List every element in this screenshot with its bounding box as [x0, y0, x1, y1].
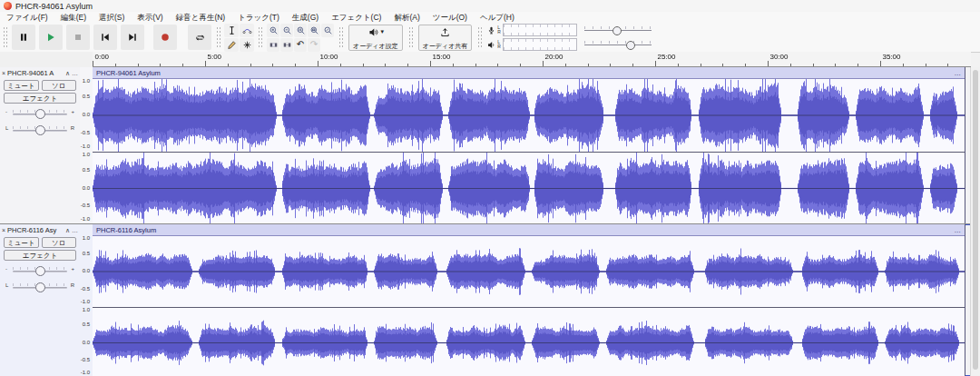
zoom-in-button[interactable] — [267, 24, 279, 37]
collapse-icon[interactable]: ∧ — [65, 70, 70, 77]
menu-item[interactable]: 編集(E) — [54, 12, 93, 23]
menu-item[interactable]: 選択(S) — [93, 12, 131, 23]
track-1: × PHCR-94061 A ∧ … ミュート ソロ エフェクト - + — [0, 67, 971, 223]
solo-button[interactable]: ソロ — [42, 237, 77, 248]
menu-item[interactable]: 解析(A) — [387, 12, 426, 23]
selection-tool-button[interactable] — [224, 24, 239, 37]
clip-title: PHCR-6116 Asylum — [96, 226, 156, 234]
track-menu-button[interactable]: … — [72, 70, 78, 76]
toolbar-grip[interactable] — [477, 26, 482, 48]
trim-outside-selection-button[interactable] — [267, 38, 279, 52]
fit-selection-button[interactable] — [294, 24, 307, 37]
playback-volume-thumb[interactable] — [626, 41, 635, 50]
menu-item[interactable]: 録音と再生(N) — [170, 12, 232, 23]
loop-button[interactable] — [188, 25, 211, 50]
track-name[interactable]: PHCR-6116 Asy — [7, 226, 64, 234]
scale-label: 0.5 — [83, 251, 90, 257]
loop-icon — [194, 32, 206, 44]
menu-item[interactable]: ファイル(F) — [0, 12, 54, 23]
playback-volume-slider[interactable] — [583, 39, 653, 51]
gain-slider-thumb[interactable] — [35, 109, 45, 119]
close-track-button[interactable]: × — [2, 70, 5, 76]
solo-button[interactable]: ソロ — [42, 80, 77, 91]
audio-setup-button[interactable]: ▾ オーディオ設定 — [348, 25, 403, 51]
record-button[interactable] — [153, 25, 177, 50]
stop-button[interactable] — [66, 25, 90, 50]
toolbar-grip[interactable] — [258, 26, 262, 48]
scale-label: -1.0 — [81, 299, 90, 305]
zoom-out-button[interactable] — [280, 24, 293, 37]
window-title: PHCR-94061 Asylum — [15, 2, 93, 11]
vertical-scale-ruler[interactable]: 1.00.50.0-0.5-1.0 1.00.50.0-0.5-1.0 — [80, 224, 93, 376]
menu-item[interactable]: ヘルプ(H) — [474, 12, 521, 23]
menu-item[interactable]: エフェクト(C) — [325, 12, 387, 23]
speaker-icon — [486, 40, 496, 50]
toolbar-grip[interactable] — [216, 26, 220, 48]
recording-meter-row: LR — [486, 24, 653, 36]
timeline-ruler[interactable] — [93, 52, 971, 67]
redo-button[interactable]: ↷ — [308, 38, 320, 52]
skip-to-end-button[interactable] — [121, 25, 144, 50]
mute-button[interactable]: ミュート — [4, 237, 39, 248]
effects-button[interactable]: エフェクト — [4, 93, 76, 104]
clip-menu-button[interactable]: … — [955, 226, 962, 234]
pan-slider[interactable]: L R — [5, 282, 75, 293]
play-button[interactable] — [39, 25, 63, 50]
toolbar-grip[interactable] — [338, 26, 343, 48]
menu-item[interactable]: ツール(O) — [426, 12, 474, 23]
share-audio-button[interactable]: オーディオ共有 — [418, 25, 473, 51]
playback-meter[interactable] — [503, 38, 577, 51]
pan-slider[interactable]: L R — [5, 124, 75, 136]
skip-to-start-button[interactable] — [93, 25, 117, 50]
undo-button[interactable]: ↶ — [294, 38, 307, 52]
waveform-channel[interactable] — [93, 79, 965, 152]
silence-selection-button[interactable] — [280, 38, 293, 52]
fit-selection-icon — [296, 25, 306, 35]
track-2: × PHCR-6116 Asy ∧ … ミュート ソロ エフェクト - + — [0, 224, 971, 376]
toolbar-grip[interactable] — [408, 26, 413, 48]
clip-header[interactable]: PHCR-94061 Asylum … — [93, 67, 965, 79]
stop-icon — [73, 32, 83, 43]
pause-button[interactable] — [12, 25, 35, 50]
waveform-channel[interactable] — [93, 236, 965, 307]
recording-volume-slider[interactable] — [583, 25, 653, 36]
scrollbar-thumb[interactable] — [973, 70, 978, 370]
envelope-tool-button[interactable] — [240, 24, 254, 37]
track-menu-button[interactable]: … — [72, 227, 78, 233]
audio-clip[interactable]: PHCR-94061 Asylum … — [93, 67, 965, 223]
waveform-channel[interactable] — [93, 308, 965, 376]
scale-label: 0.0 — [83, 340, 90, 346]
share-audio-label: オーディオ共有 — [423, 43, 468, 50]
track-name[interactable]: PHCR-94061 A — [7, 69, 64, 77]
gain-slider-thumb[interactable] — [35, 266, 45, 276]
skip-to-end-icon — [127, 32, 138, 43]
toolbar-grip[interactable] — [3, 26, 7, 48]
multi-tool-button[interactable] — [240, 38, 254, 52]
mute-button[interactable]: ミュート — [4, 80, 39, 91]
waveform-channel[interactable] — [93, 153, 965, 224]
recording-meter[interactable] — [503, 24, 577, 36]
play-icon — [45, 32, 56, 43]
menu-item[interactable]: 生成(G) — [286, 12, 325, 23]
gain-slider[interactable]: - + — [5, 108, 75, 120]
effects-button[interactable]: エフェクト — [4, 250, 76, 261]
clip-header[interactable]: PHCR-6116 Asylum … — [93, 224, 965, 236]
fit-project-button[interactable] — [308, 24, 320, 37]
recording-volume-thumb[interactable] — [612, 26, 622, 35]
scale-label: 1.0 — [83, 235, 90, 242]
gain-slider[interactable]: - + — [5, 265, 75, 277]
collapse-icon[interactable]: ∧ — [65, 227, 70, 234]
menu-item[interactable]: 表示(V) — [131, 12, 169, 23]
pan-slider-thumb[interactable] — [35, 282, 45, 292]
pan-slider-thumb[interactable] — [35, 125, 45, 135]
menu-item[interactable]: トラック(T) — [231, 12, 286, 23]
vertical-scale-ruler[interactable]: 1.00.50.0-0.5-1.0 1.00.50.0-0.5-1.0 — [80, 67, 93, 223]
undo-icon: ↶ — [297, 40, 304, 49]
zoom-toggle-button[interactable] — [321, 24, 334, 37]
close-track-button[interactable]: × — [2, 227, 5, 233]
draw-tool-button[interactable] — [224, 38, 239, 52]
scale-label: -0.5 — [81, 357, 90, 363]
vertical-scrollbar[interactable] — [970, 67, 980, 376]
audio-clip[interactable]: PHCR-6116 Asylum … — [93, 224, 965, 376]
clip-menu-button[interactable]: … — [955, 69, 962, 77]
